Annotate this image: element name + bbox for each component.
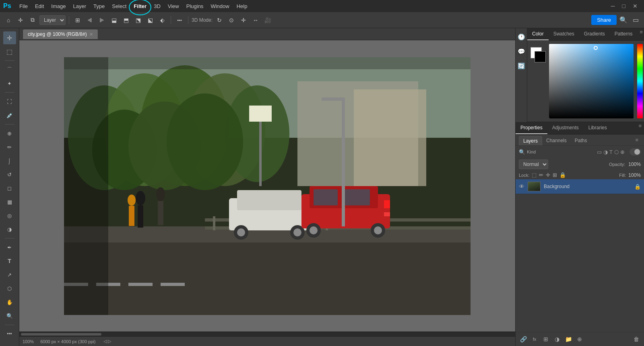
lock-transparent-icon[interactable]: ⬚	[532, 172, 537, 178]
tab-close-button[interactable]: ✕	[89, 32, 93, 37]
align-center-h-icon[interactable]: ⫸	[97, 15, 107, 25]
filter-adjustment-icon[interactable]: ◑	[603, 149, 608, 155]
blend-mode-select[interactable]: Normal	[519, 160, 548, 169]
filter-toggle[interactable]	[630, 148, 641, 155]
brush-tool[interactable]: ✏	[3, 141, 16, 153]
menu-3d[interactable]: 3D	[151, 2, 164, 11]
horizontal-scrollbar[interactable]	[19, 331, 515, 336]
move-tool-options[interactable]: ✛	[15, 15, 26, 25]
subtab-layers[interactable]: Layers	[519, 136, 542, 145]
home-button[interactable]: ⌂	[3, 15, 14, 25]
menu-layer[interactable]: Layer	[70, 2, 90, 11]
type-tool[interactable]: T	[3, 255, 16, 267]
align-top-icon[interactable]: ⬒	[121, 15, 131, 25]
eraser-tool[interactable]: ◻	[3, 182, 16, 195]
close-button[interactable]: ✕	[630, 3, 641, 9]
magic-wand-tool[interactable]: ✦	[3, 77, 16, 90]
properties-panel-collapse[interactable]: ≡	[636, 122, 644, 134]
menu-view[interactable]: View	[165, 2, 182, 11]
status-arrows[interactable]: ◁ ▷	[103, 339, 111, 344]
menu-image[interactable]: Image	[48, 2, 69, 11]
3d-camera-icon[interactable]: 🎥	[262, 15, 273, 25]
3d-slide-icon[interactable]: ↔	[250, 15, 261, 25]
filter-pixel-icon[interactable]: ▭	[597, 149, 602, 155]
pen-tool[interactable]: ✒	[3, 241, 16, 254]
3d-scale-icon[interactable]: ✛	[238, 15, 249, 25]
new-group-button[interactable]: 📁	[564, 335, 573, 344]
hue-strip[interactable]	[637, 44, 643, 118]
new-adjustment-button[interactable]: ◑	[553, 335, 561, 344]
menu-plugins[interactable]: Plugins	[183, 2, 207, 11]
align-right-icon[interactable]: ⬓	[109, 15, 119, 25]
color-picker-area[interactable]	[549, 44, 634, 118]
canvas-wrapper[interactable]	[19, 40, 515, 331]
menu-help[interactable]: Help	[233, 2, 251, 11]
layer-select[interactable]: Layer	[39, 15, 66, 25]
tab-color[interactable]: Color	[527, 28, 549, 40]
tab-libraries[interactable]: Libraries	[584, 122, 612, 134]
tab-swatches[interactable]: Swatches	[549, 28, 579, 40]
layers-panel-collapse[interactable]: ≡	[633, 136, 641, 145]
link-layers-button[interactable]: 🔗	[519, 335, 528, 344]
menu-filter[interactable]: Filter	[130, 2, 150, 11]
more-tools-button[interactable]: •••	[3, 327, 16, 340]
version-panel-icon[interactable]: 🔄	[516, 60, 527, 72]
maximize-button[interactable]: □	[619, 3, 629, 9]
filter-type-icon[interactable]: T	[609, 149, 613, 155]
fill-value[interactable]: 100%	[628, 172, 641, 178]
share-button[interactable]: Share	[591, 15, 617, 25]
delete-layer-button[interactable]: 🗑	[632, 335, 641, 344]
align-bottom-icon[interactable]: ⬕	[145, 15, 155, 25]
lock-pixels-icon[interactable]: ✏	[539, 172, 543, 178]
more-options-icon[interactable]: •••	[174, 15, 185, 25]
zoom-tool[interactable]: 🔍	[3, 309, 16, 322]
color-picker-dot[interactable]	[594, 46, 598, 50]
dodge-tool[interactable]: ◑	[3, 223, 16, 236]
selection-tool[interactable]: ⬚	[3, 45, 16, 58]
filter-shape-icon[interactable]: ⬡	[614, 149, 619, 155]
clone-stamp-tool[interactable]: ⌡	[3, 154, 16, 167]
color-swatches[interactable]	[530, 47, 546, 62]
healing-brush-tool[interactable]: ⊕	[3, 127, 16, 140]
menu-file[interactable]: File	[16, 2, 31, 11]
menu-window[interactable]: Window	[207, 2, 232, 11]
transform-controls-icon[interactable]: ⊞	[72, 15, 83, 25]
eyedropper-tool[interactable]: 💉	[3, 109, 16, 122]
lock-position-icon[interactable]: ✛	[546, 172, 550, 178]
filter-smart-icon[interactable]: ⊕	[620, 149, 625, 155]
lock-all-icon[interactable]: 🔒	[559, 172, 566, 178]
add-mask-button[interactable]: ⊞	[541, 335, 550, 344]
menu-edit[interactable]: Edit	[32, 2, 47, 11]
new-layer-button[interactable]: ⊕	[575, 335, 584, 344]
crop-tool[interactable]: ⛶	[3, 95, 16, 108]
history-panel-icon[interactable]: 🕐	[516, 31, 527, 43]
opacity-value[interactable]: 100%	[628, 162, 641, 167]
workspace-button[interactable]: ▭	[630, 15, 641, 25]
search-button[interactable]: 🔍	[618, 15, 629, 25]
blur-tool[interactable]: ◎	[3, 209, 16, 222]
auto-select-icon[interactable]: ⧉	[27, 15, 38, 25]
align-middle-v-icon[interactable]: ⬔	[133, 15, 143, 25]
lasso-tool[interactable]: ⌒	[3, 63, 16, 76]
3d-pan-icon[interactable]: ⊙	[226, 15, 237, 25]
lock-artboard-icon[interactable]: ⊞	[553, 172, 557, 178]
subtab-channels[interactable]: Channels	[542, 136, 571, 145]
menu-select[interactable]: Select	[109, 2, 130, 11]
subtab-paths[interactable]: Paths	[571, 136, 591, 145]
align-right-edge-icon[interactable]: ⬖	[157, 15, 167, 25]
tab-adjustments[interactable]: Adjustments	[547, 122, 584, 134]
layer-name[interactable]: Background	[544, 184, 631, 189]
path-selection-tool[interactable]: ↗	[3, 268, 16, 281]
minimize-button[interactable]: ─	[608, 3, 618, 9]
gradient-tool[interactable]: ▦	[3, 195, 16, 208]
tab-gradients[interactable]: Gradients	[579, 28, 610, 40]
tab-properties[interactable]: Properties	[516, 122, 547, 134]
layer-visibility-icon[interactable]: 👁	[519, 183, 524, 190]
scroll-thumb[interactable]	[21, 333, 101, 336]
document-tab[interactable]: city.jpeg @ 100% (RGB/8#) ✕	[23, 29, 98, 39]
align-left-icon[interactable]: ⫷	[85, 15, 95, 25]
layer-fx-button[interactable]: fx	[530, 335, 539, 344]
hand-tool[interactable]: ✋	[3, 296, 16, 309]
layer-row[interactable]: 👁 Background 🔒	[516, 179, 644, 194]
3d-rotate-icon[interactable]: ↻	[214, 15, 225, 25]
